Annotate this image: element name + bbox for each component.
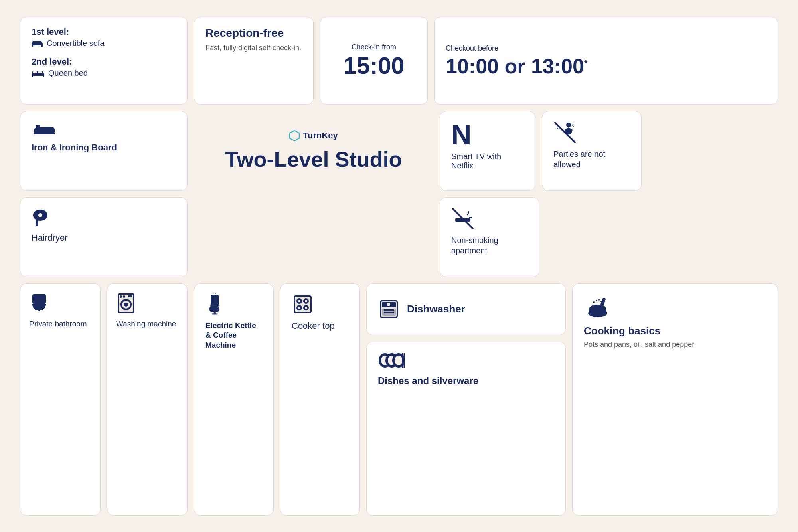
nosmoking-label: Non-smoking apartment: [451, 235, 528, 256]
brand-name: TurnKey: [303, 131, 338, 141]
dishes-card: Dishes and silverware: [366, 342, 566, 516]
checkout-time: 10:00 or 13:00*: [446, 56, 766, 77]
svg-point-50: [298, 307, 300, 309]
svg-point-28: [38, 310, 40, 311]
svg-point-51: [305, 307, 307, 309]
reception-title: Reception-free: [205, 27, 302, 40]
bed-icon: [32, 69, 44, 77]
iron-icon: [32, 121, 55, 137]
svg-rect-9: [38, 71, 42, 73]
hairdryer-icon: [32, 207, 53, 227]
iron-label: Iron & Ironing Board: [32, 142, 176, 153]
svg-point-13: [566, 123, 571, 127]
bathroom-icon: [29, 293, 49, 314]
checkin-label: Check-in from: [352, 43, 396, 51]
netflix-card: N Smart TV with Netflix: [440, 111, 535, 191]
nosmoking-card: Non-smoking apartment: [440, 197, 539, 277]
svg-rect-41: [212, 313, 218, 314]
svg-marker-12: [290, 131, 299, 141]
no-smoking-icon: [451, 207, 474, 230]
no-parties-icon: ♪ ♫: [553, 121, 577, 144]
cooker-label: Cooker top: [292, 321, 348, 331]
svg-text:♪: ♪: [557, 124, 559, 130]
level2-item: Queen bed: [48, 69, 88, 78]
bathroom-card: Private bathroom: [20, 283, 101, 516]
hairdryer-label: Hairdryer: [32, 233, 176, 243]
svg-rect-8: [33, 71, 37, 73]
svg-rect-18: [36, 220, 38, 226]
checkin-time: 15:00: [343, 54, 404, 78]
reception-subtitle: Fast, fully digital self-check-in.: [205, 43, 302, 53]
svg-rect-1: [32, 41, 42, 44]
cooking-label: Cooking basics: [584, 325, 766, 337]
svg-rect-6: [32, 75, 33, 77]
bathroom-label: Private bathroom: [29, 319, 91, 329]
svg-point-49: [305, 300, 307, 302]
sofa-icon: [32, 40, 43, 47]
checkout-card: Checkout before 10:00 or 13:00*: [434, 17, 778, 105]
dishes-icon: [378, 352, 406, 370]
level1-label: 1st level:: [32, 27, 176, 37]
beds-card: 1st level: Convertible sofa 2nd level:: [20, 17, 188, 105]
svg-rect-11: [36, 125, 40, 128]
reception-card: Reception-free Fast, fully digital self-…: [194, 17, 314, 105]
svg-point-19: [38, 213, 42, 217]
brand-logo-row: TurnKey: [289, 130, 338, 141]
svg-point-74: [600, 301, 602, 302]
cooking-card: Cooking basics Pots and pans, oil, salt …: [572, 283, 778, 516]
svg-point-66: [395, 356, 403, 365]
washing-card: Washing machine: [107, 283, 188, 516]
svg-point-26: [41, 306, 43, 308]
checkout-label: Checkout before: [446, 44, 766, 53]
netflix-n: N: [451, 121, 524, 149]
svg-rect-37: [128, 295, 132, 297]
svg-point-27: [35, 309, 37, 310]
parties-card: ♪ ♫ Parties are not allowed: [542, 111, 642, 191]
iron-card: Iron & Ironing Board: [20, 111, 188, 191]
svg-rect-21: [469, 217, 472, 218]
level1-item: Convertible sofa: [47, 39, 105, 48]
svg-point-71: [593, 301, 595, 303]
svg-rect-7: [43, 75, 44, 77]
svg-point-34: [124, 303, 128, 307]
dishwasher-dishes-col: Dishwasher: [366, 283, 566, 516]
svg-point-24: [35, 306, 37, 308]
center-brand: TurnKey Two-Level Studio: [194, 111, 433, 191]
checkin-card: Check-in from 15:00: [320, 17, 428, 105]
dishwasher-card: Dishwasher: [366, 283, 566, 335]
svg-rect-2: [32, 45, 33, 47]
svg-rect-3: [41, 45, 43, 47]
kettle-icon: [205, 293, 226, 315]
washing-label: Washing machine: [116, 319, 178, 329]
level2-label: 2nd level:: [32, 57, 176, 67]
svg-text:♫: ♫: [571, 122, 575, 128]
cooking-sublabel: Pots and pans, oil, salt and pepper: [584, 340, 766, 350]
cooking-icon: [584, 293, 610, 319]
center-spacer: [194, 197, 433, 277]
dishwasher-icon: [378, 298, 400, 320]
cooker-icon: [292, 293, 314, 315]
svg-point-36: [123, 295, 125, 298]
svg-rect-10: [34, 132, 55, 134]
parties-label: Parties are not allowed: [553, 149, 630, 170]
washing-machine-icon: [116, 293, 136, 314]
svg-rect-43: [295, 297, 310, 312]
dishes-label: Dishes and silverware: [378, 375, 554, 386]
svg-point-55: [387, 303, 390, 306]
kettle-card: Electric Kettle & Coffee Machine: [194, 283, 274, 516]
svg-point-72: [596, 300, 597, 301]
cooker-card: Cooker top: [280, 283, 360, 516]
brand-title: Two-Level Studio: [225, 148, 402, 171]
svg-point-29: [41, 309, 43, 310]
kettle-label: Electric Kettle & Coffee Machine: [205, 321, 262, 350]
svg-rect-39: [210, 304, 219, 306]
hairdryer-card: Hairdryer: [20, 197, 188, 277]
checkout-star: *: [584, 58, 588, 68]
svg-point-35: [120, 295, 122, 298]
turnkey-logo-icon: [289, 130, 300, 141]
svg-rect-23: [32, 294, 46, 304]
svg-rect-38: [211, 295, 219, 305]
svg-point-25: [38, 307, 40, 309]
dishwasher-label: Dishwasher: [407, 303, 465, 315]
netflix-label: Smart TV with Netflix: [451, 152, 524, 170]
